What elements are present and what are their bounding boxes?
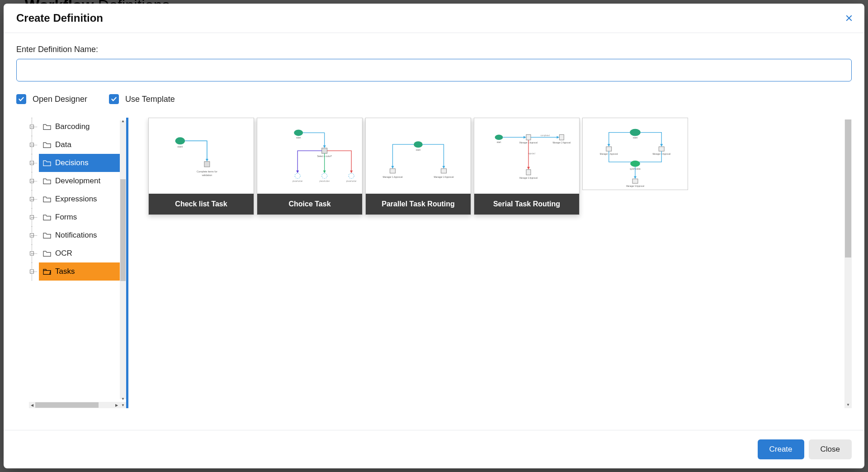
definition-name-input-wrap bbox=[16, 59, 852, 81]
scroll-right-icon[interactable]: ▶ bbox=[113, 402, 120, 408]
tree-node-label: OCR bbox=[55, 249, 72, 258]
create-definition-modal: Create Definition Enter Definition Name:… bbox=[4, 4, 864, 468]
template-card-title: Parallel Task Routing bbox=[366, 194, 471, 215]
tree-node-data[interactable]: +Data bbox=[39, 136, 126, 154]
template-card-choice[interactable]: start Select a color? bbox=[257, 118, 363, 215]
template-card-parallel-routing[interactable]: start Manager 1 Approval Manager 2 Appro… bbox=[365, 118, 471, 215]
svg-marker-43 bbox=[527, 167, 530, 170]
svg-marker-24 bbox=[392, 166, 394, 169]
svg-rect-34 bbox=[526, 134, 531, 140]
modal-header: Create Definition bbox=[4, 4, 864, 33]
options-row: Open Designer Use Template bbox=[16, 94, 852, 104]
create-button[interactable]: Create bbox=[758, 439, 804, 459]
svg-rect-26 bbox=[390, 169, 396, 173]
tree-node-decisions[interactable]: +Decisions bbox=[39, 154, 126, 172]
workflow-preview-icon: start Manager 1 Approval Manager 2 Appro… bbox=[366, 118, 471, 194]
svg-rect-5 bbox=[204, 162, 210, 167]
close-button[interactable]: Close bbox=[809, 439, 852, 459]
svg-rect-51 bbox=[659, 147, 664, 151]
tree-node-expressions[interactable]: +Expressions bbox=[39, 190, 126, 208]
svg-marker-49 bbox=[660, 144, 663, 147]
scroll-left-icon[interactable]: ◀ bbox=[29, 402, 35, 408]
template-card-title: Check list Task bbox=[149, 194, 254, 215]
svg-text:placeholder: placeholder bbox=[292, 181, 303, 183]
tree-node-label: Data bbox=[55, 140, 71, 149]
tree-horizontal-scrollbar[interactable]: ◀ ▶ bbox=[29, 402, 120, 408]
svg-rect-27 bbox=[441, 169, 447, 173]
cards-vertical-scrollbar[interactable]: ▼ bbox=[844, 119, 852, 406]
svg-rect-39 bbox=[559, 134, 564, 140]
svg-point-18 bbox=[349, 173, 354, 179]
tree-node-notifications[interactable]: +Notifications bbox=[39, 226, 126, 244]
scroll-up-icon[interactable]: ▲ bbox=[120, 118, 126, 124]
folder-open-icon bbox=[42, 268, 52, 275]
tree-node-development[interactable]: +Development bbox=[39, 172, 126, 190]
open-designer-label: Open Designer bbox=[33, 95, 87, 104]
svg-marker-33 bbox=[524, 136, 526, 138]
category-tree-panel: +Barcoding +Data +Decisions +Development… bbox=[29, 118, 128, 408]
svg-marker-48 bbox=[608, 144, 610, 147]
svg-marker-4 bbox=[206, 159, 208, 162]
svg-marker-13 bbox=[296, 171, 299, 173]
tree-node-label: Barcoding bbox=[55, 122, 90, 131]
tree-node-label: Expressions bbox=[55, 195, 97, 204]
svg-point-17 bbox=[322, 173, 327, 179]
close-icon[interactable] bbox=[844, 14, 854, 23]
svg-point-30 bbox=[495, 134, 503, 140]
use-template-option[interactable]: Use Template bbox=[109, 94, 175, 104]
scroll-down-icon[interactable]: ▼ bbox=[844, 401, 852, 408]
svg-rect-50 bbox=[606, 147, 612, 151]
folder-icon bbox=[42, 195, 52, 203]
tree-node-ocr[interactable]: +OCR bbox=[39, 244, 126, 262]
category-tree: +Barcoding +Data +Decisions +Development… bbox=[29, 118, 126, 281]
scrollbar-thumb[interactable] bbox=[845, 119, 851, 257]
template-card-serial-routing[interactable]: start Manager 1 Approval completed Manag… bbox=[474, 118, 580, 215]
scrollbar-thumb[interactable] bbox=[120, 179, 126, 281]
template-card-title: Choice Task bbox=[257, 194, 362, 215]
svg-marker-57 bbox=[634, 176, 637, 179]
svg-text:placeholder: placeholder bbox=[319, 181, 330, 183]
scrollbar-thumb[interactable] bbox=[35, 402, 99, 408]
tree-node-barcoding[interactable]: +Barcoding bbox=[39, 118, 126, 136]
svg-marker-38 bbox=[557, 136, 559, 138]
template-card-checklist[interactable]: start Complete items for validation Chec… bbox=[148, 118, 254, 215]
svg-rect-44 bbox=[526, 170, 531, 175]
svg-text:completed: completed bbox=[540, 134, 550, 137]
use-template-checkbox[interactable] bbox=[109, 94, 119, 104]
svg-point-8 bbox=[294, 130, 303, 136]
definition-name-label: Enter Definition Name: bbox=[16, 45, 852, 54]
use-template-label: Use Template bbox=[125, 95, 175, 104]
workflow-preview-icon: start Complete items for validation bbox=[149, 118, 254, 194]
folder-icon bbox=[42, 141, 52, 148]
folder-icon bbox=[42, 177, 52, 185]
tree-node-tasks[interactable]: −Tasks bbox=[39, 262, 126, 281]
workflow-preview-icon: start Manager 1 Approval completed Manag… bbox=[474, 118, 579, 194]
tree-node-forms[interactable]: +Forms bbox=[39, 208, 126, 226]
folder-icon bbox=[42, 159, 52, 167]
definition-name-input[interactable] bbox=[16, 59, 852, 81]
template-card-partial[interactable]: start Manager 1 Approval Manager 2 Appro… bbox=[582, 118, 688, 190]
svg-text:Manager 2 Approval: Manager 2 Approval bbox=[552, 142, 571, 144]
tree-node-label: Tasks bbox=[55, 267, 75, 276]
svg-text:Complete items for: Complete items for bbox=[197, 170, 217, 173]
svg-text:start: start bbox=[416, 148, 421, 151]
open-designer-option[interactable]: Open Designer bbox=[16, 94, 87, 104]
svg-point-54 bbox=[630, 161, 640, 167]
svg-text:Manager 3 Approval: Manager 3 Approval bbox=[626, 185, 644, 187]
svg-rect-58 bbox=[632, 179, 638, 183]
folder-icon bbox=[42, 214, 52, 221]
template-area: +Barcoding +Data +Decisions +Development… bbox=[29, 118, 852, 408]
scroll-down-icon[interactable]: ▼ bbox=[120, 396, 126, 402]
tree-node-label: Notifications bbox=[55, 231, 97, 240]
open-designer-checkbox[interactable] bbox=[16, 94, 26, 104]
svg-point-22 bbox=[414, 141, 423, 148]
template-cards-grid: start Complete items for validation Chec… bbox=[148, 118, 852, 215]
svg-text:placeholder: placeholder bbox=[346, 181, 357, 183]
folder-icon bbox=[42, 232, 52, 239]
scroll-corner: ▼ bbox=[120, 402, 126, 408]
svg-text:Manager 2 Approval: Manager 2 Approval bbox=[519, 177, 538, 179]
svg-marker-10 bbox=[323, 145, 326, 148]
svg-point-2 bbox=[175, 137, 185, 144]
modal-body: Enter Definition Name: Open Designer Use… bbox=[4, 33, 864, 408]
tree-vertical-scrollbar[interactable]: ▲ ▼ bbox=[120, 120, 126, 399]
